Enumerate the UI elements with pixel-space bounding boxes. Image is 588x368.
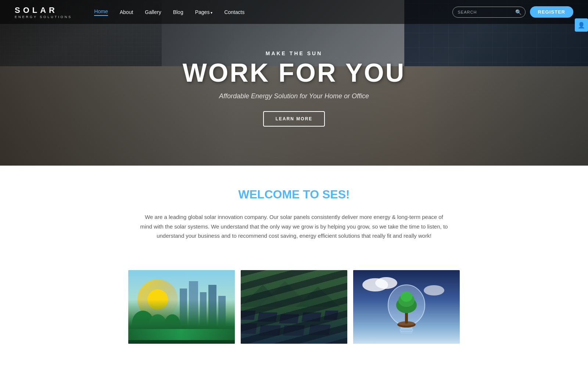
svg-rect-13	[148, 332, 163, 339]
hero-tagline: Affordable Energy Solution for Your Home…	[219, 92, 369, 100]
svg-rect-25	[283, 325, 305, 336]
svg-line-27	[244, 315, 336, 319]
hero-title: WORK FOR YOU	[183, 60, 406, 86]
brand-name: SOLAR	[15, 6, 72, 15]
lightbulb-tree-image	[353, 270, 460, 344]
search-input[interactable]	[453, 7, 512, 17]
svg-rect-26	[309, 325, 330, 335]
image-grid	[0, 270, 588, 344]
register-button[interactable]: REGISTER	[530, 6, 573, 18]
search-button[interactable]: 🔍	[512, 7, 525, 17]
svg-marker-17	[296, 287, 340, 307]
svg-rect-0	[128, 270, 235, 344]
nav-blog[interactable]: Blog	[173, 9, 183, 15]
welcome-title: WELCOME TO SES!	[74, 188, 514, 201]
svg-rect-12	[132, 332, 147, 339]
nav-links: Home About Gallery Blog Pages Contacts	[94, 8, 452, 16]
svg-line-28	[244, 328, 338, 330]
svg-rect-11	[128, 335, 235, 344]
svg-rect-19	[257, 312, 277, 322]
brand-subtitle: ENERGY SOLUTIONS	[15, 15, 72, 19]
hero-section: MAKE THE SUN WORK FOR YOU Affordable Ene…	[0, 0, 588, 166]
svg-rect-6	[208, 285, 216, 333]
welcome-description: We are a leading global solar innovation…	[140, 212, 448, 241]
svg-rect-5	[200, 292, 207, 333]
nav-about[interactable]: About	[120, 9, 133, 15]
svg-rect-35	[400, 329, 413, 331]
user-icon-button[interactable]: 👤	[575, 18, 588, 32]
svg-marker-15	[241, 285, 285, 307]
solar-field-image	[241, 270, 347, 344]
navbar: SOLAR ENERGY SOLUTIONS Home About Galler…	[0, 0, 588, 24]
city-solar-image	[128, 270, 235, 344]
svg-rect-23	[241, 323, 257, 334]
image-card-solar-field[interactable]	[241, 270, 347, 344]
svg-rect-36	[401, 331, 412, 333]
svg-point-32	[424, 285, 444, 296]
nav-gallery[interactable]: Gallery	[145, 9, 161, 15]
svg-rect-22	[324, 311, 338, 320]
svg-rect-7	[218, 296, 226, 333]
nav-home[interactable]: Home	[94, 8, 108, 16]
hero-subtitle: MAKE THE SUN	[266, 50, 323, 56]
search-bar[interactable]: 🔍	[452, 7, 526, 18]
svg-point-42	[401, 291, 412, 302]
svg-point-10	[164, 314, 180, 335]
svg-rect-18	[241, 311, 256, 320]
svg-rect-20	[279, 314, 299, 323]
svg-marker-16	[259, 281, 311, 307]
brand-logo[interactable]: SOLAR ENERGY SOLUTIONS	[15, 6, 72, 19]
welcome-brand: SES!	[322, 188, 350, 201]
nav-right: 🔍 REGISTER	[452, 6, 573, 18]
svg-rect-24	[259, 325, 281, 336]
svg-rect-21	[301, 312, 321, 322]
image-card-lightbulb-tree[interactable]	[353, 270, 460, 344]
svg-point-2	[147, 289, 168, 310]
svg-point-31	[375, 277, 397, 289]
welcome-section: WELCOME TO SES! We are a leading global …	[0, 166, 588, 270]
nav-contacts[interactable]: Contacts	[224, 9, 244, 15]
image-card-city-solar[interactable]	[128, 270, 235, 344]
nav-pages[interactable]: Pages	[195, 9, 212, 15]
welcome-prefix: WELCOME TO	[238, 188, 322, 201]
svg-point-8	[132, 311, 154, 336]
user-icon: 👤	[578, 22, 585, 29]
hero-content: MAKE THE SUN WORK FOR YOU Affordable Ene…	[0, 0, 588, 166]
learn-more-button[interactable]: LEARN MORE	[263, 111, 325, 127]
svg-point-9	[148, 314, 167, 336]
svg-rect-4	[189, 281, 198, 333]
svg-rect-3	[180, 289, 187, 333]
svg-rect-14	[241, 270, 347, 344]
svg-point-1	[137, 279, 178, 320]
